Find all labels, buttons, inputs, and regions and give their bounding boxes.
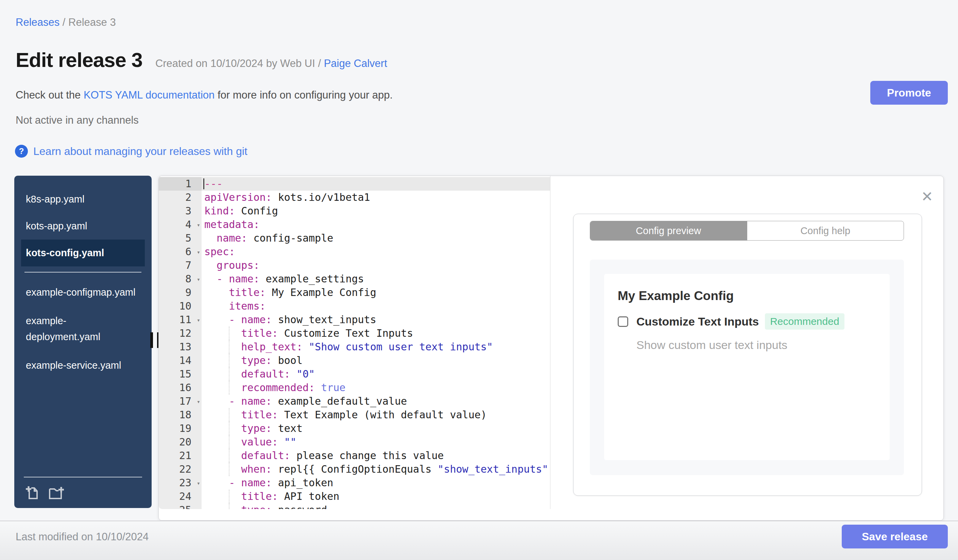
- line-number: 7: [159, 259, 201, 272]
- sidebar-file-kots-app.yaml[interactable]: kots-app.yaml: [24, 213, 142, 240]
- code-line-24[interactable]: 24 title: API token: [159, 490, 550, 503]
- line-number: 18: [159, 408, 201, 422]
- code-line-22[interactable]: 22 when: repl{{ ConfigOptionEquals "show…: [159, 462, 550, 476]
- code-line-23[interactable]: 23▾ - name: api_token: [159, 476, 550, 490]
- sidebar-file-example-configmap.yaml[interactable]: example-configmap.yaml: [24, 278, 142, 307]
- config-checkbox[interactable]: [618, 316, 628, 327]
- yaml-code-editor[interactable]: 1---2apiVersion: kots.io/v1beta13kind: C…: [159, 176, 550, 509]
- line-number: 20: [159, 435, 201, 449]
- line-number: 24: [159, 490, 201, 503]
- breadcrumb-current: Release 3: [68, 16, 116, 28]
- fold-arrow-icon[interactable]: ▾: [197, 245, 200, 259]
- code-line-18[interactable]: 18 title: Text Example (with default val…: [159, 408, 550, 422]
- line-number: 5: [159, 231, 201, 245]
- page: Releases / Release 3 Edit release 3 Crea…: [0, 0, 958, 560]
- line-number: 10: [159, 299, 201, 313]
- config-item-label: Customize Text Inputs: [636, 315, 759, 328]
- file-name-label: kots-config.yaml: [26, 245, 104, 261]
- line-number: 22: [159, 462, 201, 476]
- line-number: 11▾: [159, 313, 201, 327]
- sidebar-file-example-service.yaml[interactable]: example-service.yaml: [24, 351, 142, 380]
- code-line-20[interactable]: 20 value: "": [159, 435, 550, 449]
- line-number: 21: [159, 449, 201, 462]
- fold-arrow-icon[interactable]: ▾: [197, 313, 200, 327]
- sidebar-file-kots-config.yaml[interactable]: kots-config.yaml: [21, 240, 145, 266]
- sidebar-file-k8s-app.yaml[interactable]: k8s-app.yaml: [24, 186, 142, 213]
- file-name-label: k8s-app.yaml: [26, 191, 84, 207]
- line-number: 14: [159, 354, 201, 367]
- kots-yaml-docs-link[interactable]: KOTS YAML documentation: [84, 89, 214, 101]
- code-line-3[interactable]: 3kind: Config: [159, 204, 550, 218]
- code-text: value: "": [201, 435, 550, 449]
- line-number: 1: [159, 177, 201, 191]
- code-text: when: repl{{ ConfigOptionEquals "show_te…: [201, 462, 550, 476]
- code-line-25[interactable]: 25 type: password: [159, 503, 550, 509]
- preview-tabs: Config previewConfig help: [590, 221, 904, 240]
- save-release-button[interactable]: Save release: [842, 525, 948, 549]
- fold-arrow-icon[interactable]: ▾: [197, 395, 200, 408]
- line-number: 9: [159, 286, 201, 299]
- close-preview-icon[interactable]: ✕: [919, 188, 935, 204]
- docs-after: for more info on configuring your app.: [214, 89, 393, 101]
- editor-right-border: [550, 176, 550, 509]
- code-line-21[interactable]: 21 default: please change this value: [159, 449, 550, 462]
- code-line-12[interactable]: 12 title: Customize Text Inputs: [159, 327, 550, 340]
- code-line-19[interactable]: 19 type: text: [159, 422, 550, 435]
- code-line-6[interactable]: 6▾spec:: [159, 245, 550, 259]
- indent-guide: [229, 367, 230, 381]
- code-line-10[interactable]: 10 items:: [159, 299, 550, 313]
- code-text: type: password: [201, 503, 550, 509]
- code-line-14[interactable]: 14 type: bool: [159, 354, 550, 367]
- tab-config-help[interactable]: Config help: [747, 221, 904, 240]
- add-folder-icon[interactable]: [48, 485, 65, 500]
- fold-arrow-icon[interactable]: ▾: [197, 272, 200, 286]
- code-line-17[interactable]: 17▾ - name: example_default_value: [159, 394, 550, 408]
- line-number: 13: [159, 340, 201, 354]
- code-text: type: text: [201, 422, 550, 435]
- code-line-5[interactable]: 5 name: config-sample: [159, 231, 550, 245]
- git-help-row[interactable]: ? Learn about managing your releases wit…: [15, 145, 247, 158]
- line-number: 19: [159, 422, 201, 435]
- line-number: 3: [159, 204, 201, 218]
- indent-guide: [229, 327, 230, 340]
- code-line-7[interactable]: 7 groups:: [159, 259, 550, 272]
- line-number: 4▾: [159, 218, 201, 231]
- promote-button[interactable]: Promote: [870, 81, 948, 104]
- indent-guide: [229, 435, 230, 449]
- config-item-help-text: Show custom user text inputs: [636, 339, 876, 352]
- tab-config-preview[interactable]: Config preview: [590, 221, 747, 240]
- line-number: 15: [159, 367, 201, 381]
- code-line-13[interactable]: 13 help_text: "Show custom user text inp…: [159, 340, 550, 354]
- fold-arrow-icon[interactable]: ▾: [197, 218, 200, 232]
- sidebar-file-example-deployment.yaml[interactable]: example-deployment.yaml: [24, 307, 142, 351]
- code-text: spec:: [201, 245, 550, 259]
- code-line-9[interactable]: 9 title: My Example Config: [159, 286, 550, 299]
- code-line-8[interactable]: 8▾ - name: example_settings: [159, 272, 550, 286]
- line-number: 17▾: [159, 394, 201, 408]
- line-number: 2: [159, 191, 201, 204]
- fold-arrow-icon[interactable]: ▾: [197, 476, 200, 490]
- question-icon: ?: [15, 145, 28, 158]
- code-text: default: "0": [201, 367, 550, 381]
- code-line-4[interactable]: 4▾metadata:: [159, 218, 550, 231]
- code-line-11[interactable]: 11▾ - name: show_text_inputs: [159, 313, 550, 327]
- code-line-2[interactable]: 2apiVersion: kots.io/v1beta1: [159, 191, 550, 204]
- code-text: title: Text Example (with default value): [201, 408, 550, 422]
- editor-panel: 1---2apiVersion: kots.io/v1beta13kind: C…: [159, 176, 944, 520]
- code-line-1[interactable]: 1---: [159, 177, 550, 191]
- last-modified-text: Last modified on 10/10/2024: [16, 531, 149, 543]
- git-help-link[interactable]: Learn about managing your releases with …: [33, 145, 247, 158]
- breadcrumb-releases-link[interactable]: Releases: [16, 16, 59, 28]
- docs-line: Check out the KOTS YAML documentation fo…: [16, 89, 393, 101]
- add-file-icon[interactable]: [24, 485, 40, 500]
- line-number: 25: [159, 503, 201, 509]
- sidebar-divider: [24, 272, 141, 272]
- code-line-15[interactable]: 15 default: "0": [159, 367, 550, 381]
- sidebar-icon-toolbar: [24, 485, 65, 500]
- code-text: name: config-sample: [201, 231, 550, 245]
- code-text: - name: api_token: [201, 476, 550, 490]
- file-name-label: kots-app.yaml: [26, 218, 87, 234]
- config-group-title: My Example Config: [618, 289, 876, 303]
- created-author-link[interactable]: Paige Calvert: [324, 57, 387, 69]
- code-line-16[interactable]: 16 recommended: true: [159, 381, 550, 394]
